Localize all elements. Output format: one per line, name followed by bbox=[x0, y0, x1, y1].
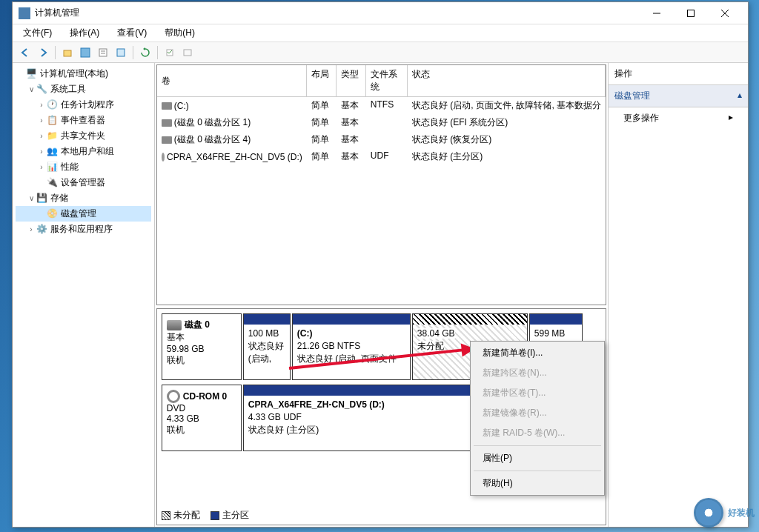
table-row[interactable]: (磁盘 0 磁盘分区 4) 简单 基本 状态良好 (恢复分区) bbox=[157, 131, 606, 148]
back-button[interactable] bbox=[17, 44, 33, 61]
svg-rect-11 bbox=[184, 50, 191, 56]
show-hide-tree-button[interactable] bbox=[77, 44, 93, 61]
tree-root[interactable]: 🖥️计算机管理(本地) bbox=[16, 66, 151, 82]
cd-icon bbox=[162, 153, 165, 162]
properties-button[interactable] bbox=[95, 44, 111, 61]
tree-task-scheduler[interactable]: ›🕐任务计划程序 bbox=[16, 97, 151, 113]
toolbar bbox=[13, 42, 748, 63]
menu-help[interactable]: 帮助(H) bbox=[160, 25, 199, 41]
computer-management-window: 计算机管理 文件(F) 操作(A) 查看(V) 帮助(H) 🖥️计算机管理(本地… bbox=[12, 1, 749, 528]
col-status[interactable]: 状态 bbox=[408, 65, 606, 96]
device-icon: 🔌 bbox=[47, 177, 59, 189]
svg-rect-1 bbox=[688, 10, 695, 16]
toolbar-separator bbox=[133, 46, 133, 59]
services-icon: ⚙️ bbox=[36, 224, 48, 236]
tree-shared-folders[interactable]: ›📁共享文件夹 bbox=[16, 128, 151, 144]
svg-rect-6 bbox=[99, 49, 107, 56]
table-row[interactable]: CPRA_X64FRE_ZH-CN_DV5 (D:) 简单 基本 UDF 状态良… bbox=[157, 148, 606, 165]
disk-hw-icon bbox=[167, 320, 182, 330]
perf-icon: 📊 bbox=[47, 162, 59, 173]
computer-icon: 🖥️ bbox=[26, 68, 38, 80]
menu-view[interactable]: 查看(V) bbox=[113, 25, 151, 41]
partition-header bbox=[244, 314, 290, 325]
partition-efi[interactable]: 100 MB状态良好 (启动, bbox=[243, 313, 291, 380]
disk-icon bbox=[162, 102, 172, 110]
cm-new-mirrored-volume: 新建镜像卷(R)... bbox=[472, 403, 603, 423]
tree-performance[interactable]: ›📊性能 bbox=[16, 159, 151, 175]
svg-rect-4 bbox=[64, 50, 71, 56]
up-button[interactable] bbox=[59, 44, 76, 61]
toolbar-separator bbox=[55, 46, 56, 59]
maximize-button[interactable] bbox=[674, 3, 708, 24]
partition-c[interactable]: (C:)21.26 GB NTFS状态良好 (启动, 页面文件 bbox=[292, 313, 411, 380]
watermark-logo-icon bbox=[694, 498, 723, 528]
window-title: 计算机管理 bbox=[35, 7, 640, 19]
refresh-button[interactable] bbox=[137, 44, 153, 61]
actions-title: 操作 bbox=[609, 63, 748, 85]
window-controls bbox=[640, 3, 742, 24]
actions-pane: 操作 磁盘管理▴ 更多操作▸ bbox=[609, 63, 748, 527]
forward-button[interactable] bbox=[35, 44, 51, 61]
menu-file[interactable]: 文件(F) bbox=[19, 25, 56, 41]
svg-rect-9 bbox=[117, 49, 125, 56]
legend: 未分配 主分区 bbox=[162, 509, 249, 522]
event-icon: 📋 bbox=[47, 115, 59, 127]
col-filesystem[interactable]: 文件系统 bbox=[366, 65, 408, 96]
cm-new-spanned-volume: 新建跨区卷(N)... bbox=[472, 363, 603, 383]
tree-disk-management[interactable]: 📀磁盘管理 bbox=[16, 206, 151, 222]
cm-new-simple-volume[interactable]: 新建简单卷(I)... bbox=[472, 343, 603, 363]
cm-separator bbox=[474, 445, 601, 446]
col-type[interactable]: 类型 bbox=[337, 65, 366, 96]
tools-icon: 🔧 bbox=[36, 84, 48, 96]
cm-separator bbox=[474, 471, 601, 471]
table-row[interactable]: (磁盘 0 磁盘分区 1) 简单 基本 状态良好 (EFI 系统分区) bbox=[157, 114, 606, 131]
list-button[interactable] bbox=[179, 44, 196, 61]
cm-properties[interactable]: 属性(P) bbox=[472, 448, 603, 468]
partition-header bbox=[293, 314, 410, 325]
table-body: (C:) 简单 基本 NTFS 状态良好 (启动, 页面文件, 故障转储, 基本… bbox=[157, 97, 606, 305]
col-layout[interactable]: 布局 bbox=[307, 65, 337, 96]
tree-storage[interactable]: ∨💾存储 bbox=[16, 190, 151, 206]
minimize-button[interactable] bbox=[640, 3, 674, 24]
app-icon bbox=[19, 7, 30, 19]
titlebar: 计算机管理 bbox=[13, 2, 748, 24]
watermark: 好装机 bbox=[694, 498, 755, 528]
table-header: 卷 布局 类型 文件系统 状态 bbox=[157, 65, 606, 97]
cd-hw-icon bbox=[167, 390, 180, 403]
disk-icon bbox=[162, 136, 172, 144]
actions-more[interactable]: 更多操作▸ bbox=[609, 107, 748, 129]
toolbar-separator bbox=[157, 46, 158, 59]
tree-system-tools[interactable]: ∨🔧系统工具 bbox=[16, 82, 151, 97]
tree-local-users[interactable]: ›👥本地用户和组 bbox=[16, 144, 151, 159]
cm-help[interactable]: 帮助(H) bbox=[472, 473, 603, 493]
tree-services-apps[interactable]: ›⚙️服务和应用程序 bbox=[16, 222, 151, 237]
col-volume[interactable]: 卷 bbox=[157, 65, 307, 96]
svg-rect-5 bbox=[81, 48, 90, 57]
folder-icon: 📁 bbox=[47, 130, 59, 142]
cm-new-raid5-volume: 新建 RAID-5 卷(W)... bbox=[472, 423, 603, 443]
legend-unallocated: 未分配 bbox=[162, 509, 200, 522]
tree-device-manager[interactable]: 🔌设备管理器 bbox=[16, 175, 151, 190]
disk-0-info[interactable]: 磁盘 0 基本 59.98 GB 联机 bbox=[162, 313, 242, 380]
storage-icon: 💾 bbox=[36, 193, 48, 205]
partition-header bbox=[530, 314, 582, 325]
tree-event-viewer[interactable]: ›📋事件查看器 bbox=[16, 113, 151, 128]
clock-icon: 🕐 bbox=[47, 99, 59, 111]
table-row[interactable]: (C:) 简单 基本 NTFS 状态良好 (启动, 页面文件, 故障转储, 基本… bbox=[157, 97, 606, 114]
collapse-icon: ▴ bbox=[738, 90, 742, 102]
menu-action[interactable]: 操作(A) bbox=[65, 25, 104, 41]
partition-header-unalloc bbox=[413, 314, 527, 325]
cm-new-striped-volume: 新建带区卷(T)... bbox=[472, 383, 603, 403]
view-button[interactable] bbox=[113, 44, 129, 61]
close-button[interactable] bbox=[708, 3, 742, 24]
menubar: 文件(F) 操作(A) 查看(V) 帮助(H) bbox=[13, 24, 748, 42]
volume-table: 卷 布局 类型 文件系统 状态 (C:) 简单 基本 NTFS 状态良好 (启动… bbox=[156, 64, 606, 305]
tree-pane[interactable]: 🖥️计算机管理(本地) ∨🔧系统工具 ›🕐任务计划程序 ›📋事件查看器 ›📁共享… bbox=[13, 63, 155, 527]
actions-section[interactable]: 磁盘管理▴ bbox=[609, 85, 748, 107]
cdrom-0-info[interactable]: CD-ROM 0 DVD 4.33 GB 联机 bbox=[162, 385, 242, 451]
content-area: 🖥️计算机管理(本地) ∨🔧系统工具 ›🕐任务计划程序 ›📋事件查看器 ›📁共享… bbox=[13, 63, 748, 527]
disk-icon bbox=[162, 119, 172, 127]
legend-primary: 主分区 bbox=[211, 509, 249, 522]
diskmgmt-icon: 📀 bbox=[47, 208, 59, 220]
settings-button[interactable] bbox=[162, 44, 178, 61]
